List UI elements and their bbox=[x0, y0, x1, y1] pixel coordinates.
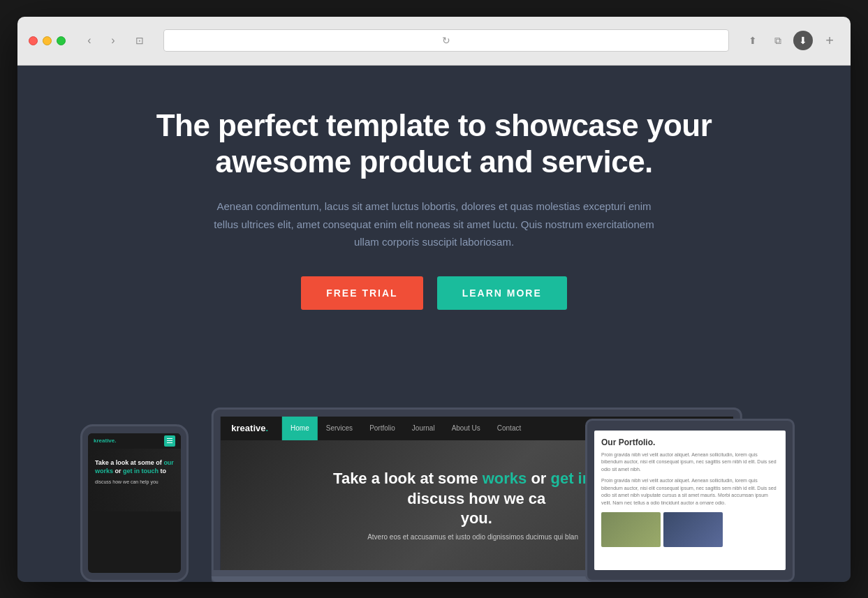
kreative-nav-contact[interactable]: Contact bbox=[489, 417, 529, 440]
kreative-nav-home[interactable]: Home bbox=[282, 417, 318, 440]
kreative-nav-services[interactable]: Services bbox=[318, 417, 361, 440]
portfolio-title: Our Portfolio. bbox=[601, 438, 779, 447]
phone-screen: kreative. Take a look at some of our wor… bbox=[88, 433, 181, 573]
duplicate-button[interactable]: ⧉ bbox=[768, 31, 788, 50]
phone-logo-text: kreative bbox=[94, 438, 115, 444]
phone-accent-touch: get in touch bbox=[123, 468, 159, 474]
kreative-nav-about[interactable]: About Us bbox=[443, 417, 489, 440]
hero-title: The perfect template to showcase your aw… bbox=[155, 107, 714, 181]
kreative-nav-portfolio[interactable]: Portfolio bbox=[361, 417, 404, 440]
portfolio-text-2: Proin gravida nibh vel velit auctor aliq… bbox=[601, 477, 779, 507]
back-button[interactable]: ‹ bbox=[80, 31, 99, 50]
phone-outer: kreative. Take a look at some of our wor… bbox=[80, 424, 189, 582]
phone-mockup: kreative. Take a look at some of our wor… bbox=[80, 424, 189, 582]
website-content: The perfect template to showcase your aw… bbox=[17, 66, 851, 582]
free-trial-button[interactable]: FREE TRIAL bbox=[301, 276, 422, 310]
phone-hero-body: discuss how we can help you bbox=[95, 479, 174, 486]
download-button[interactable]: ⬇ bbox=[793, 31, 813, 50]
phone-logo-dot: . bbox=[115, 438, 116, 444]
hero-section: The perfect template to showcase your aw… bbox=[17, 66, 851, 373]
tab-view-button[interactable]: ⊡ bbox=[130, 31, 149, 50]
fullscreen-button[interactable] bbox=[57, 36, 66, 45]
portfolio-section: Our Portfolio. Proin gravida nibh vel ve… bbox=[594, 431, 786, 555]
kreative-nav-items: Home Services Portfolio Journal About Us… bbox=[282, 417, 529, 440]
reload-icon[interactable]: ↻ bbox=[442, 35, 450, 46]
minimize-button[interactable] bbox=[43, 36, 52, 45]
browser-window: ‹ › ⊡ ↻ ⬆ ⧉ ⬇ + The perfect template to … bbox=[17, 17, 851, 582]
tablet-mockup: Our Portfolio. Proin gravida nibh vel ve… bbox=[585, 419, 795, 582]
portfolio-images bbox=[601, 512, 779, 547]
phone-hero-title: Take a look at some of our works or get … bbox=[95, 458, 174, 476]
phone-hero: Take a look at some of our works or get … bbox=[88, 449, 181, 511]
forward-button[interactable]: › bbox=[103, 31, 123, 50]
traffic-lights bbox=[29, 36, 66, 45]
portfolio-image-2 bbox=[663, 512, 723, 547]
portfolio-image-1 bbox=[601, 512, 661, 547]
tablet-outer: Our Portfolio. Proin gravida nibh vel ve… bbox=[585, 419, 795, 582]
address-bar[interactable]: ↻ bbox=[163, 29, 729, 52]
kreative-hero-text: Take a look at some works or get in tou … bbox=[333, 469, 619, 541]
kreative-hero-subtitle: Atvero eos et accusamus et iusto odio di… bbox=[333, 533, 612, 541]
hero-buttons: FREE TRIAL LEARN MORE bbox=[301, 276, 567, 310]
browser-chrome: ‹ › ⊡ ↻ ⬆ ⧉ ⬇ + bbox=[17, 17, 851, 66]
kreative-logo: kreative. bbox=[231, 423, 268, 433]
kreative-logo-dot: . bbox=[265, 423, 268, 433]
phone-logo: kreative. bbox=[94, 438, 116, 444]
share-button[interactable]: ⬆ bbox=[743, 31, 763, 50]
devices-section: kreative. Take a look at some of our wor… bbox=[17, 373, 851, 582]
close-button[interactable] bbox=[29, 36, 38, 45]
menu-line-2 bbox=[167, 440, 172, 441]
menu-line-3 bbox=[167, 442, 172, 443]
menu-line-1 bbox=[167, 438, 172, 439]
browser-nav: ‹ › bbox=[80, 31, 123, 50]
portfolio-text-1: Proin gravida nibh vel velit auctor aliq… bbox=[601, 451, 779, 474]
tablet-screen: Our Portfolio. Proin gravida nibh vel ve… bbox=[594, 431, 786, 570]
learn-more-button[interactable]: LEARN MORE bbox=[437, 276, 567, 310]
hero-subtitle: Aenean condimentum, lacus sit amet luctu… bbox=[207, 197, 661, 251]
kreative-hero-title: Take a look at some works or get in tou … bbox=[333, 469, 619, 529]
browser-actions: ⬆ ⧉ ⬇ bbox=[743, 31, 813, 50]
kreative-accent-works: works bbox=[483, 470, 527, 487]
add-tab-button[interactable]: + bbox=[820, 31, 839, 50]
phone-nav: kreative. bbox=[88, 433, 181, 449]
kreative-nav-journal[interactable]: Journal bbox=[404, 417, 443, 440]
phone-menu-icon[interactable] bbox=[164, 435, 175, 447]
